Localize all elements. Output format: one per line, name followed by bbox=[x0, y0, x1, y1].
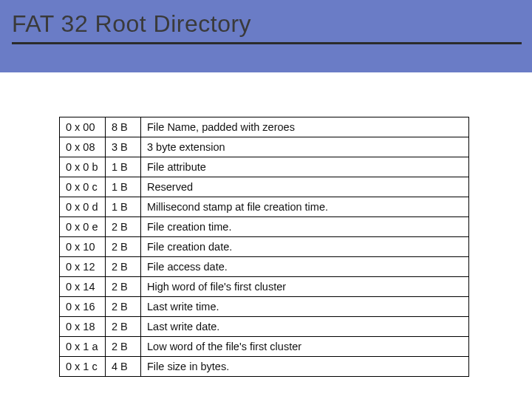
cell-size: 2 B bbox=[106, 217, 141, 237]
cell-desc: File access date. bbox=[141, 257, 469, 277]
cell-desc: File size in bytes. bbox=[141, 357, 469, 377]
cell-size: 2 B bbox=[106, 337, 141, 357]
cell-size: 1 B bbox=[106, 157, 141, 177]
cell-desc: Last write date. bbox=[141, 317, 469, 337]
cell-desc: High word of file's first cluster bbox=[141, 277, 469, 297]
table-row: 0 x 0 d 1 B Millisecond stamp at file cr… bbox=[60, 197, 469, 217]
cell-desc: Last write time. bbox=[141, 297, 469, 317]
cell-desc: File attribute bbox=[141, 157, 469, 177]
cell-offset: 0 x 10 bbox=[60, 237, 106, 257]
cell-offset: 0 x 0 e bbox=[60, 217, 106, 237]
cell-offset: 0 x 1 c bbox=[60, 357, 106, 377]
cell-desc: Millisecond stamp at file creation time. bbox=[141, 197, 469, 217]
fat32-table: 0 x 00 8 B File Name, padded with zeroes… bbox=[59, 117, 469, 377]
table-row: 0 x 0 e 2 B File creation time. bbox=[60, 217, 469, 237]
cell-offset: 0 x 14 bbox=[60, 277, 106, 297]
cell-size: 1 B bbox=[106, 177, 141, 197]
table-row: 0 x 0 c 1 B Reserved bbox=[60, 177, 469, 197]
table-row: 0 x 12 2 B File access date. bbox=[60, 257, 469, 277]
table-row: 0 x 10 2 B File creation date. bbox=[60, 237, 469, 257]
cell-size: 2 B bbox=[106, 237, 141, 257]
page-title: FAT 32 Root Directory bbox=[12, 10, 522, 38]
cell-size: 2 B bbox=[106, 317, 141, 337]
table-row: 0 x 14 2 B High word of file's first clu… bbox=[60, 277, 469, 297]
cell-offset: 0 x 0 b bbox=[60, 157, 106, 177]
title-wrap: FAT 32 Root Directory bbox=[12, 10, 522, 44]
cell-desc: File creation time. bbox=[141, 217, 469, 237]
cell-offset: 0 x 00 bbox=[60, 117, 106, 137]
header-band: FAT 32 Root Directory bbox=[0, 0, 532, 72]
cell-size: 8 B bbox=[106, 117, 141, 137]
cell-size: 4 B bbox=[106, 357, 141, 377]
table-row: 0 x 16 2 B Last write time. bbox=[60, 297, 469, 317]
cell-size: 2 B bbox=[106, 257, 141, 277]
cell-desc: File creation date. bbox=[141, 237, 469, 257]
cell-size: 2 B bbox=[106, 277, 141, 297]
cell-offset: 0 x 18 bbox=[60, 317, 106, 337]
table-row: 0 x 1 a 2 B Low word of the file's first… bbox=[60, 337, 469, 357]
cell-offset: 0 x 16 bbox=[60, 297, 106, 317]
cell-size: 3 B bbox=[106, 137, 141, 157]
cell-offset: 0 x 12 bbox=[60, 257, 106, 277]
table-area: 0 x 00 8 B File Name, padded with zeroes… bbox=[0, 72, 532, 377]
cell-desc: Low word of the file's first cluster bbox=[141, 337, 469, 357]
title-underline bbox=[12, 42, 522, 44]
table-row: 0 x 1 c 4 B File size in bytes. bbox=[60, 357, 469, 377]
cell-offset: 0 x 0 d bbox=[60, 197, 106, 217]
table-row: 0 x 18 2 B Last write date. bbox=[60, 317, 469, 337]
cell-size: 1 B bbox=[106, 197, 141, 217]
cell-offset: 0 x 08 bbox=[60, 137, 106, 157]
table-row: 0 x 0 b 1 B File attribute bbox=[60, 157, 469, 177]
cell-size: 2 B bbox=[106, 297, 141, 317]
cell-desc: 3 byte extension bbox=[141, 137, 469, 157]
cell-offset: 0 x 1 a bbox=[60, 337, 106, 357]
cell-desc: File Name, padded with zeroes bbox=[141, 117, 469, 137]
table-row: 0 x 00 8 B File Name, padded with zeroes bbox=[60, 117, 469, 137]
cell-desc: Reserved bbox=[141, 177, 469, 197]
cell-offset: 0 x 0 c bbox=[60, 177, 106, 197]
table-row: 0 x 08 3 B 3 byte extension bbox=[60, 137, 469, 157]
